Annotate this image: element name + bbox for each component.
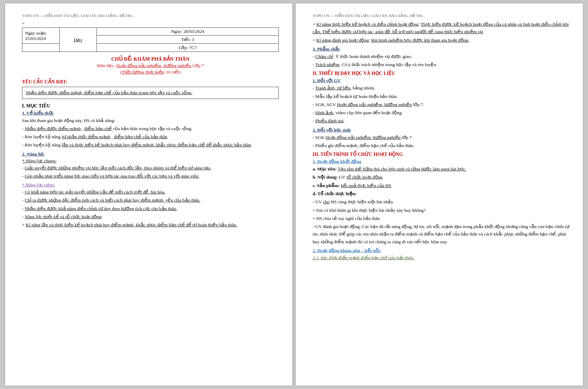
pham-chat-block: 3. Phẩm chất - Chăm chỉ: Ý thức hoàn thà… [313,46,569,69]
muc-tieu-a: a. Mục tiêu: Tạo tâm thế hứng thú cho họ… [313,165,569,173]
watermark-right: YOPO.VN---- DIỄN ĐÀN TÀI LIỆU, GIÁO ÁN, … [313,14,569,18]
ki-nang-thuc-hien: + Kĩ năng thực hiện kế hoạch và điều chỉ… [313,21,569,36]
nlr-item-2: - Chỉ ra được những đặc điểm tính cách v… [22,197,279,204]
yeu-cau-title: YÊU CẦU CẦN ĐẠT: [22,79,279,85]
tiet-cell: Tiết: 3 [97,36,279,44]
nlr-item-1: - Có khả năng hợp tác giải quyết những v… [22,188,279,196]
doi-voi-hs-title: 2. Đối với học sinh [313,127,569,133]
to-chuc-d-1: - GV cho HS cùng thực hiện một bài nhảy [313,198,569,206]
san-pham-c: c. Sản phẩm: kết quả thực hiện của HS [313,182,569,189]
pham-chat-1: - Chăm chỉ: Ý thức hoàn thành nhiệm vụ đ… [313,53,569,60]
muc-tieu-title: I. MỤC TIÊU [22,103,279,109]
hoat-dong-2-block: 2. Hoạt động khám phá – kết nối: 2.1. Xá… [313,248,569,261]
kien-thuc-intro: Sau khi tham gia hoạt động này, HS có kh… [22,117,279,124]
thiet-bi-block: II. THIẾT BỊ DẠY HỌC VÀ HỌC LIỆU 1. Đối … [313,70,569,125]
tien-trinh-block: III. TIẾN TRÌNH TỔ CHỨC HOẠT ĐỘNG 1. Hoạ… [313,151,569,246]
doi-voi-gv-title: 1. Đối với GV [313,78,569,83]
gv-item-4: - Hình ảnh, video clip liên quan đến hoạ… [313,109,569,117]
doi-voi-hs-block: 2. Đối với học sinh - SGK Hoạt động trải… [313,127,569,150]
ngay-cell: Ngày: 28/03/2024 [97,28,279,36]
to-chuc-d-3: + HS chia sẻ suy nghĩ của bản thân [313,215,569,222]
nang-luc-rieng-block: * Năng lực riêng: - Có khả năng hợp tác … [22,182,279,229]
ngan-soan-label: Ngày soạn: 25/03/2024 [22,28,60,44]
to-chuc-d-4: - GV đánh giá hoạt động: Các bạn đã rất … [313,223,569,246]
nlr-item-4: - Năng lực thiết kế và tổ chức hoạt động… [22,213,279,221]
yeu-cau-text: Nhận diện được điểm mạnh, điểm hạn chế c… [22,87,279,99]
nang-luc-rieng-label: * Năng lực riêng: [22,182,279,188]
thiet-bi-title: II. THIẾT BỊ DẠY HỌC VÀ HỌC LIỆU [313,70,569,76]
hoat-dong-1-title: 1. Hoạt động khởi động [313,159,569,164]
hoat-dong-2-sub: 2.1. Xác định điểm mạnh điểm hạn chế của… [313,255,569,261]
ki-nang-danh-gia: + Kĩ năng đánh giá hoạt động: Rút kinh n… [313,37,569,44]
ki-nang-thuc-hien-block: + Kĩ năng thực hiện kế hoạch và điều chỉ… [313,21,569,44]
nang-luc-title: 2. Năng lực [22,151,279,157]
info-table: Ngày soạn: 25/03/2024 Dạy Ngày: 28/03/20… [22,27,279,52]
kien-thuc-item-2: - Rèn luyện kỹ năng tự nhận thức điểm mạ… [22,133,279,141]
mon-hoc: Môn học: Hoạt động trải nghiệm, hướng ng… [22,63,279,68]
hs-item-2: - Phiếu ghi điểm mạnh, điểm hạn chế của … [313,142,569,149]
nlr-item-3: - Nhận diện được khả năng điều chỉnh tư … [22,205,279,212]
left-page: YOPO.VN---- DIỄN ĐÀN TÀI LIỆU, GIÁO ÁN, … [5,3,292,386]
nang-luc-chung-label: * Năng lực chung: [22,158,279,164]
gv-item-1: - Tranh ảnh, tư liệu, bảng nhóm. [313,84,569,92]
plus-icon-left: + [22,21,25,26]
tien-trinh-title: III. TIẾN TRÌNH TỔ CHỨC HOẠT ĐỘNG [313,151,569,157]
nang-luc-block: 2. Năng lực * Năng lực chung: - Giải quy… [22,151,279,180]
kien-thuc-title: 1. Về kiến thức [22,110,279,116]
empty-cell [22,44,60,52]
day-label: Dạy [60,28,97,52]
nlc-item-2: - Góp phần phát triển năng lực giao tiếp… [22,172,279,180]
pham-chat-2: - Trách nhiệm: Có ý thức trách nhiệm tro… [313,61,569,68]
gv-item-2: - Mẫu lập kế hoạch tự hoàn thiện bản thâ… [313,93,569,100]
to-chuc-d-2: + Em có khó khăn gì khi thực hiện bài nh… [313,207,569,214]
kien-thuc-item-3: - Rèn luyện kỹ năng lập và thực hiện kế … [22,141,279,149]
gv-item-5: - Phiếu đánh giá. [313,117,569,125]
thoi-luong: (Thời lượng thực hiện: 01 tiết) [22,69,279,75]
gv-item-3: - SGK, SGV Hoạt động trải nghiệm, hướng … [313,101,569,108]
kien-thuc-block: 1. Về kiến thức Sau khi tham gia hoạt độ… [22,110,279,149]
watermark-left: YOPO.VN---- DIỄN ĐÀN TÀI LIỆU, GIÁO ÁN, … [22,14,279,18]
hs-item-1: - SGK Hoạt động trải nghiệm, hướng nghiệ… [313,134,569,141]
right-page: YOPO.VN---- DIỄN ĐÀN TÀI LIỆU, GIÁO ÁN, … [296,3,583,386]
hoat-dong-2-title: 2. Hoạt động khám phá – kết nối: [313,248,569,253]
kien-thuc-item-1: - Nhận diện được điểm mạnh , điểm hạn ch… [22,125,279,132]
chu-de: CHỦ ĐỀ: KHÁM PHÁ BẢN THÂN [22,56,279,62]
pham-chat-title: 3. Phẩm chất [313,46,569,52]
ki-nang-lap: + Kĩ năng lập và thực hiện kế hoạch phát… [22,221,279,229]
lop-cell: Lớp: 7C7 [97,44,279,52]
noi-dung-b: b. Nội dung: GV tổ chức hoạt động [313,173,569,181]
nlc-item-1: - Giải quyết được những nhiệm vụ học tập… [22,164,279,172]
to-chuc-d: d. Tổ chức thực hiện: [313,190,569,198]
